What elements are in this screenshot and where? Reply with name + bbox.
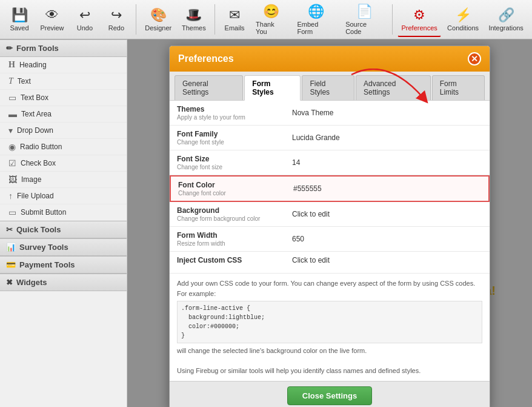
undo-icon: ↩ — [79, 7, 90, 23]
tab-advanced-settings[interactable]: Advanced Settings — [356, 75, 431, 100]
fontsize-value[interactable]: 14 — [285, 150, 490, 175]
conditions-button[interactable]: ⚡ Conditions — [444, 2, 482, 37]
sidebar-item-dropdown[interactable]: ▾ Drop Down — [0, 123, 127, 139]
formwidth-label-cell: Form Width Resize form width — [170, 227, 285, 251]
modal-body: Themes Apply a style to your form Nova T… — [170, 101, 490, 381]
designer-button[interactable]: 🎨 Designer — [141, 2, 176, 37]
text-icon: T — [8, 76, 13, 86]
quick-tools-header[interactable]: ✂ Quick Tools — [0, 221, 127, 238]
formwidth-value[interactable]: 650 — [285, 227, 490, 251]
fontsize-sublabel: Change font size — [177, 164, 278, 170]
sidebar-item-heading[interactable]: H Heading — [0, 57, 127, 73]
integrations-icon: 🔗 — [498, 7, 514, 23]
fontfamily-value[interactable]: Lucida Grande — [285, 126, 490, 150]
separator-3 — [392, 4, 393, 35]
fontfamily-label-cell: Font Family Change font style — [170, 126, 285, 150]
preferences-button[interactable]: ⚙ Preferences — [397, 2, 441, 37]
formwidth-label: Form Width — [177, 231, 278, 240]
customcss-outro2: Using Firebug or similar tools will help… — [177, 366, 482, 376]
fontsize-row: Font Size Change font size 14 — [170, 150, 490, 175]
main-layout: ✏ Form Tools H Heading T Text ▭ Text Box… — [0, 39, 532, 407]
modal-tabs: General Settings Form Styles Field Style… — [170, 72, 490, 101]
fontsize-label-cell: Font Size Change font size — [170, 150, 285, 175]
themes-label-cell: Themes Apply a style to your form — [170, 101, 285, 125]
thankyou-icon: 😊 — [263, 4, 279, 19]
background-sublabel: Change form background color — [177, 215, 278, 222]
fontfamily-row: Font Family Change font style Lucida Gra… — [170, 126, 490, 150]
widgets-icon: ✖ — [6, 278, 13, 287]
sidebar-item-checkbox[interactable]: ☑ Check Box — [0, 155, 127, 172]
sourcecode-button[interactable]: 📄 Source Code — [341, 2, 387, 37]
form-tools-header[interactable]: ✏ Form Tools — [0, 39, 127, 57]
customcss-description: Add your own CSS code to your form. You … — [170, 274, 490, 381]
redo-icon: ↪ — [111, 7, 122, 23]
customcss-label-cell: Inject Custom CSS — [170, 252, 285, 269]
fileupload-icon: ↑ — [8, 191, 13, 201]
emails-button[interactable]: ✉ Emails — [220, 2, 249, 37]
widgets-header[interactable]: ✖ Widgets — [0, 274, 127, 291]
fontcolor-label-cell: Font Color Change font color — [171, 177, 286, 201]
save-icon: 💾 — [12, 7, 28, 23]
sidebar-item-image[interactable]: 🖼 Image — [0, 172, 127, 188]
themes-value[interactable]: Nova Theme — [285, 101, 490, 125]
sidebar: ✏ Form Tools H Heading T Text ▭ Text Box… — [0, 39, 127, 407]
payment-tools-header[interactable]: 💳 Payment Tools — [0, 256, 127, 274]
background-value[interactable]: Click to edit — [285, 202, 490, 226]
submitbutton-icon: ▭ — [8, 207, 16, 217]
heading-icon: H — [8, 60, 15, 70]
designer-icon: 🎨 — [150, 7, 167, 23]
themes-button[interactable]: 🎩 Themes — [178, 2, 210, 37]
preferences-modal: Preferences ✕ Ge — [169, 45, 490, 407]
customcss-outro1: will change the selected line's backgrou… — [177, 346, 482, 356]
sidebar-item-fileupload[interactable]: ↑ File Upload — [0, 188, 127, 204]
separator-2 — [214, 4, 215, 35]
undo-button[interactable]: ↩ Undo — [70, 2, 99, 37]
image-icon: 🖼 — [8, 175, 17, 184]
background-label-cell: Background Change form background color — [170, 202, 285, 226]
fontcolor-sublabel: Change font color — [178, 190, 279, 197]
sidebar-item-radiobutton[interactable]: ◉ Radio Button — [0, 139, 127, 155]
survey-tools-header[interactable]: 📊 Survey Tools — [0, 238, 127, 256]
radiobutton-icon: ◉ — [8, 142, 16, 152]
conditions-icon: ⚡ — [455, 7, 471, 23]
modal-footer: Close Settings — [170, 381, 490, 408]
formwidth-sublabel: Resize form width — [177, 240, 278, 247]
modal-title: Preferences — [178, 53, 234, 64]
customcss-value[interactable]: Click to edit — [285, 252, 490, 269]
tab-form-styles[interactable]: Form Styles — [244, 75, 301, 101]
customcss-label: Inject Custom CSS — [177, 256, 278, 264]
themes-label: Themes — [177, 105, 278, 113]
integrations-button[interactable]: 🔗 Integrations — [485, 2, 527, 37]
preview-button[interactable]: 👁 Preview — [36, 2, 68, 37]
sidebar-item-textbox[interactable]: ▭ Text Box — [0, 90, 127, 106]
themes-sublabel: Apply a style to your form — [177, 114, 278, 121]
modal-overlay: Preferences ✕ Ge — [127, 39, 532, 407]
thankyou-button[interactable]: 😊 Thank You — [251, 2, 290, 37]
fontcolor-row: Font Color Change font color #555555 — [170, 175, 490, 202]
redo-button[interactable]: ↪ Redo — [102, 2, 131, 37]
payment-tools-icon: 💳 — [6, 260, 16, 269]
themes-row: Themes Apply a style to your form Nova T… — [170, 101, 490, 126]
close-settings-button[interactable]: Close Settings — [287, 386, 372, 405]
sidebar-item-textarea[interactable]: ▬ Text Area — [0, 106, 127, 123]
tab-form-limits[interactable]: Form Limits — [432, 75, 485, 100]
quick-tools-icon: ✂ — [6, 225, 13, 234]
textarea-icon: ▬ — [8, 109, 17, 119]
themes-icon: 🎩 — [185, 7, 202, 23]
background-label: Background — [177, 206, 278, 215]
modal-header: Preferences ✕ — [170, 46, 490, 72]
preview-icon: 👁 — [45, 7, 59, 23]
tab-general-settings[interactable]: General Settings — [175, 75, 243, 100]
sidebar-item-submitbutton[interactable]: ▭ Submit Button — [0, 204, 127, 221]
customcss-code: .form-line-active { background:lightblue… — [177, 301, 482, 343]
modal-close-button[interactable]: ✕ — [468, 52, 481, 66]
saved-button[interactable]: 💾 Saved — [5, 2, 34, 37]
fontcolor-value[interactable]: #555555 — [286, 177, 488, 201]
textbox-icon: ▭ — [8, 93, 16, 103]
background-row: Background Change form background color … — [170, 202, 490, 227]
sourcecode-icon: 📄 — [356, 4, 373, 19]
emails-icon: ✉ — [229, 7, 240, 23]
tab-field-styles[interactable]: Field Styles — [302, 75, 354, 100]
sidebar-item-text[interactable]: T Text — [0, 73, 127, 90]
embedform-button[interactable]: 🌐 Embed Form — [293, 2, 339, 37]
